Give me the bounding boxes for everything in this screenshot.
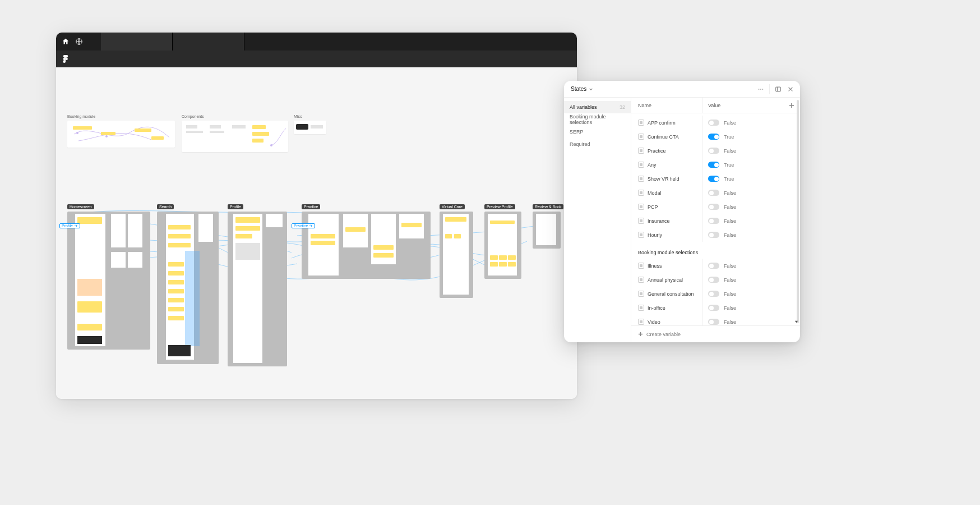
frame-label: Homescreen: [67, 204, 94, 209]
frame-label: Profile: [228, 204, 243, 209]
variable-list[interactable]: APP confirm False Continue CTA True Prac…: [631, 113, 800, 325]
boolean-toggle[interactable]: [708, 204, 719, 210]
boolean-toggle[interactable]: [708, 162, 719, 168]
chevron-down-icon[interactable]: [589, 87, 593, 91]
boolean-toggle[interactable]: [708, 277, 719, 283]
variable-row[interactable]: APP confirm False: [631, 116, 800, 130]
boolean-toggle[interactable]: [708, 176, 719, 182]
frame-practice[interactable]: Practice: [302, 212, 431, 279]
boolean-toggle[interactable]: [708, 120, 719, 126]
figma-toolbar: [56, 50, 577, 67]
boolean-type-icon: [638, 277, 644, 283]
variable-row[interactable]: Show VR field True: [631, 172, 800, 186]
prototype-tag-practice[interactable]: Practice: [292, 223, 315, 228]
scrollbar[interactable]: [797, 100, 799, 323]
browser-tab-strip: [101, 33, 244, 50]
panel-booking-module[interactable]: Booking module: [67, 121, 175, 148]
boolean-toggle[interactable]: [708, 134, 719, 140]
boolean-toggle[interactable]: [708, 263, 719, 269]
variable-row[interactable]: In-office False: [631, 301, 800, 315]
browser-titlebar: [56, 33, 577, 50]
boolean-toggle[interactable]: [708, 148, 719, 154]
frame-label: Virtual Care: [440, 204, 465, 209]
frame-label: Review & Book: [533, 204, 563, 209]
frame-label: Preview Profile: [484, 204, 515, 209]
panel-label: Misc: [294, 114, 302, 118]
panel-label: Components: [182, 114, 204, 118]
add-column-icon[interactable]: [789, 103, 794, 108]
prototype-tag-profile[interactable]: Profile: [59, 223, 80, 228]
sidebar-collection-item[interactable]: All variables32: [564, 101, 631, 113]
globe-icon[interactable]: [75, 38, 83, 45]
figma-logo-icon[interactable]: [62, 55, 70, 63]
column-name: Name: [631, 103, 702, 108]
panel-components[interactable]: Components: [182, 121, 288, 152]
svg-point-1: [66, 58, 68, 60]
boolean-type-icon: [638, 232, 644, 238]
create-variable-button[interactable]: Create variable: [631, 325, 800, 342]
boolean-type-icon: [638, 120, 644, 126]
figma-canvas[interactable]: Booking module Components: [56, 67, 577, 399]
boolean-type-icon: [638, 204, 644, 210]
variable-group-title: Booking module selections: [631, 242, 800, 259]
boolean-type-icon: [638, 319, 644, 325]
home-icon[interactable]: [62, 38, 70, 45]
browser-tab[interactable]: [101, 33, 173, 50]
panel-header: States: [564, 81, 800, 98]
plus-icon: [638, 332, 643, 337]
boolean-type-icon: [638, 305, 644, 311]
boolean-toggle[interactable]: [708, 291, 719, 297]
more-icon[interactable]: [757, 85, 765, 93]
panel-label: Booking module: [67, 114, 95, 118]
frame-search[interactable]: Search: [157, 212, 219, 364]
boolean-toggle[interactable]: [708, 232, 719, 238]
boolean-type-icon: [638, 134, 644, 140]
sidebar-toggle-icon[interactable]: [774, 85, 782, 93]
boolean-type-icon: [638, 176, 644, 182]
boolean-type-icon: [638, 291, 644, 297]
frame-label: Search: [157, 204, 174, 209]
sidebar-collection-item[interactable]: Required: [564, 138, 631, 150]
frame-label: Practice: [302, 204, 320, 209]
variable-row[interactable]: PCP False: [631, 200, 800, 214]
panel-sidebar: All variables32Booking module selections…: [564, 98, 631, 342]
variable-row[interactable]: Video False: [631, 315, 800, 325]
sidebar-collection-item[interactable]: Booking module selections: [564, 113, 631, 126]
svg-rect-9: [776, 87, 781, 91]
frame-profile[interactable]: Profile: [228, 212, 287, 366]
browser-tab[interactable]: [173, 33, 244, 50]
scroll-down-icon[interactable]: [794, 319, 799, 325]
frame-virtual-care[interactable]: Virtual Care: [440, 212, 473, 298]
frame-review-book[interactable]: Review & Book: [533, 212, 561, 249]
svg-point-8: [762, 89, 764, 90]
column-headers: Name Value: [631, 98, 800, 113]
boolean-type-icon: [638, 148, 644, 154]
variable-row[interactable]: Modal False: [631, 186, 800, 200]
variable-row[interactable]: Annual physical False: [631, 273, 800, 287]
variable-row[interactable]: General consultation False: [631, 287, 800, 301]
variable-row[interactable]: Hourly False: [631, 228, 800, 242]
boolean-type-icon: [638, 263, 644, 269]
frame-preview-profile[interactable]: Preview Profile: [484, 212, 521, 279]
variable-row[interactable]: Insurance False: [631, 214, 800, 228]
boolean-toggle[interactable]: [708, 319, 719, 325]
variable-row[interactable]: Any True: [631, 158, 800, 172]
boolean-toggle[interactable]: [708, 218, 719, 224]
svg-point-7: [760, 89, 761, 90]
panel-misc[interactable]: Misc: [294, 121, 326, 134]
boolean-type-icon: [638, 190, 644, 196]
variable-row[interactable]: Illness False: [631, 259, 800, 273]
boolean-toggle[interactable]: [708, 190, 719, 196]
svg-point-6: [759, 89, 760, 90]
sidebar-collection-item[interactable]: SERP: [564, 126, 631, 138]
figma-browser-window: Booking module Components: [56, 33, 577, 399]
close-icon[interactable]: [787, 85, 794, 93]
variables-panel: States All variables32Booking module sel…: [564, 81, 800, 342]
boolean-toggle[interactable]: [708, 305, 719, 311]
frame-homescreen[interactable]: Homescreen: [67, 212, 150, 350]
variable-row[interactable]: Practice False: [631, 144, 800, 158]
svg-point-2: [76, 132, 78, 134]
variable-row[interactable]: Continue CTA True: [631, 130, 800, 144]
svg-point-5: [270, 144, 272, 146]
panel-title: States: [571, 86, 586, 92]
